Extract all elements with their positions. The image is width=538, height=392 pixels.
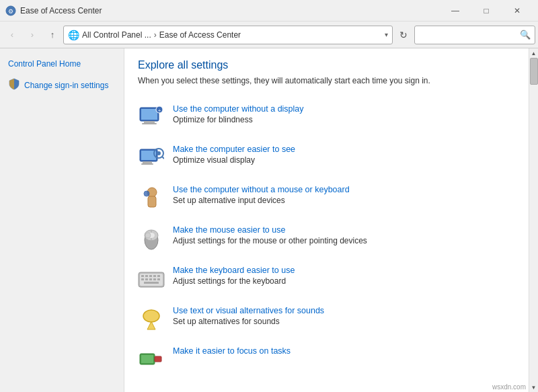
list-item: Use the computer without a mouse or keyb… [138,178,515,219]
keyboard-desc: Adjust settings for the keyboard [173,276,286,286]
svg-point-36 [143,310,159,322]
svg-rect-3 [141,109,157,120]
sounds-icon [138,306,165,333]
setting-text: Use text or visual alternatives for soun… [173,306,515,326]
minimize-button[interactable]: — [440,0,471,22]
watermark: wsxdn.com [490,382,529,392]
svg-rect-32 [149,278,152,280]
setting-text: Use the computer without a display Optim… [173,104,515,124]
no-mouse-desc: Set up alternative input devices [173,196,285,205]
list-item: Make the keyboard easier to use Adjust s… [138,259,515,299]
svg-rect-4 [144,121,155,123]
sidebar-item-sign-in[interactable]: Change sign-in settings [5,75,118,95]
list-item: Make the mouse easier to use Adjust sett… [138,219,515,259]
svg-rect-10 [143,161,152,163]
window-title: Ease of Access Center [20,6,440,15]
mouse-desc: Adjust settings for the mouse or other p… [173,236,367,245]
svg-point-17 [144,191,149,196]
svg-rect-33 [153,278,156,280]
setting-text: Use the computer without a mouse or keyb… [173,185,515,205]
search-input[interactable] [419,30,520,40]
list-item: Use text or visual alternatives for soun… [138,299,515,340]
svg-rect-28 [153,275,156,277]
back-button[interactable]: ‹ [3,26,22,44]
no-mouse-icon [138,185,165,212]
forward-button[interactable]: › [23,26,42,44]
svg-text:⚙: ⚙ [8,8,13,15]
address-path1: All Control Panel ... [82,30,151,40]
no-display-desc: Optimize for blindness [173,115,253,124]
svg-rect-26 [145,275,148,277]
section-description: When you select these settings, they wil… [138,75,515,87]
setting-text: Make the mouse easier to use Adjust sett… [173,225,515,245]
shield-icon [8,78,20,93]
up-button[interactable]: ↑ [43,26,62,44]
window-controls: — □ ✕ [440,0,533,22]
svg-rect-34 [157,278,160,280]
sidebar: Control Panel Home Change sign-in settin… [0,48,124,392]
scrollbar-track[interactable] [529,58,538,383]
maximize-button[interactable]: □ [471,0,502,22]
titlebar: ⚙ Ease of Access Center — □ ✕ [0,0,538,22]
svg-rect-40 [155,356,161,362]
content-area: Explore all settings When you select the… [124,48,529,392]
svg-text:+: + [158,108,161,114]
list-item: Make the computer easier to see Optimize… [138,138,515,178]
list-item: + Use the computer without a display Opt… [138,97,515,138]
search-icon: 🔍 [520,30,531,40]
keyboard-icon [138,266,165,292]
scrollbar[interactable]: ▲ ▼ [529,48,538,392]
easier-to-see-icon [138,145,165,171]
address-icon: 🌐 [68,30,79,40]
settings-list: + Use the computer without a display Opt… [138,97,515,380]
svg-point-13 [157,151,161,155]
svg-rect-25 [141,275,144,277]
focus-icon [138,346,165,373]
svg-rect-29 [157,275,160,277]
focus-link[interactable]: Make it easier to focus on tasks [173,346,515,356]
no-display-link[interactable]: Use the computer without a display [173,104,515,114]
svg-rect-27 [149,275,152,277]
svg-line-14 [162,157,164,159]
close-button[interactable]: ✕ [502,0,533,22]
setting-text: Make it easier to focus on tasks [173,346,515,357]
keyboard-link[interactable]: Make the keyboard easier to use [173,266,515,275]
address-path2: Ease of Access Center [159,30,241,40]
sounds-link[interactable]: Use text or visual alternatives for soun… [173,306,515,315]
svg-rect-5 [142,123,157,124]
address-dropdown-icon[interactable]: ▾ [385,31,388,38]
svg-rect-16 [148,196,156,207]
scrollbar-up-button[interactable]: ▲ [529,48,539,58]
address-separator: › [154,30,157,40]
setting-text: Make the computer easier to see Optimize… [173,145,515,165]
easier-to-see-link[interactable]: Make the computer easier to see [173,145,515,154]
no-display-icon: + [138,104,165,131]
svg-point-22 [145,233,151,238]
svg-rect-39 [141,355,153,363]
app-icon: ⚙ [5,5,16,16]
mouse-icon [138,225,165,252]
svg-rect-31 [145,278,148,280]
search-box[interactable]: 🔍 [414,26,535,44]
scrollbar-thumb[interactable] [530,58,538,85]
addressbar: ‹ › ↑ 🌐 All Control Panel ... › Ease of … [0,22,538,48]
sidebar-sign-in-label: Change sign-in settings [24,81,108,90]
address-box[interactable]: 🌐 All Control Panel ... › Ease of Access… [63,26,393,44]
refresh-button[interactable]: ↻ [394,26,413,44]
sounds-desc: Set up alternatives for sounds [173,317,280,326]
svg-rect-35 [144,282,159,284]
mouse-link[interactable]: Make the mouse easier to use [173,225,515,235]
easier-to-see-desc: Optimize visual display [173,155,255,165]
section-title: Explore all settings [138,59,515,71]
sidebar-item-control-panel-home[interactable]: Control Panel Home [5,56,118,71]
svg-rect-11 [141,163,153,165]
svg-marker-37 [147,321,155,329]
scrollbar-down-button[interactable]: ▼ [529,383,539,392]
no-mouse-link[interactable]: Use the computer without a mouse or keyb… [173,185,515,194]
svg-rect-30 [141,278,144,280]
list-item: Make it easier to focus on tasks [138,340,515,380]
setting-text: Make the keyboard easier to use Adjust s… [173,266,515,286]
main-container: Control Panel Home Change sign-in settin… [0,48,538,392]
